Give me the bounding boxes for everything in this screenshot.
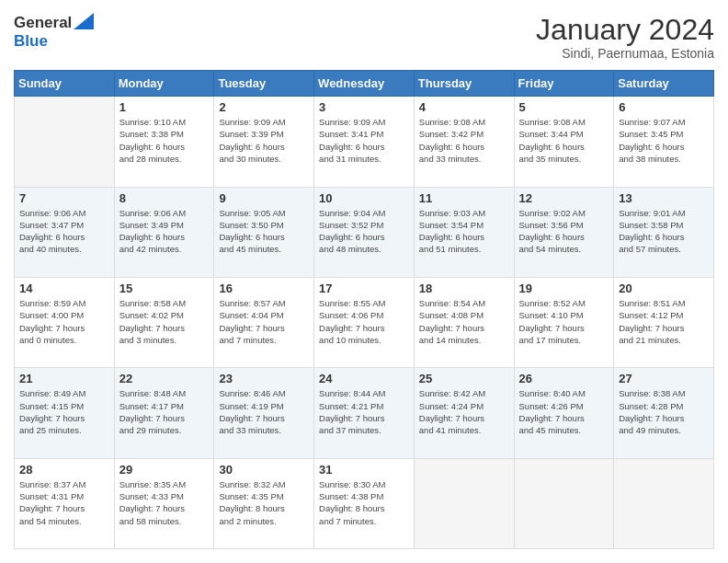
day-number: 3 xyxy=(319,100,409,114)
day-info: Sunrise: 9:04 AMSunset: 3:52 PMDaylight:… xyxy=(319,207,409,256)
day-number: 20 xyxy=(619,282,709,295)
day-info: Sunrise: 9:06 AMSunset: 3:49 PMDaylight:… xyxy=(119,207,210,256)
day-number: 11 xyxy=(419,191,509,205)
svg-marker-0 xyxy=(74,13,94,29)
day-number: 12 xyxy=(519,191,609,205)
table-row: 31Sunrise: 8:30 AMSunset: 4:38 PMDayligh… xyxy=(314,458,415,548)
day-info: Sunrise: 8:51 AMSunset: 4:12 PMDaylight:… xyxy=(619,297,709,346)
day-info: Sunrise: 9:07 AMSunset: 3:45 PMDaylight:… xyxy=(619,116,709,165)
day-info: Sunrise: 8:59 AMSunset: 4:00 PMDaylight:… xyxy=(19,297,109,346)
table-row: 1Sunrise: 9:10 AMSunset: 3:38 PMDaylight… xyxy=(114,97,214,187)
day-number: 7 xyxy=(19,191,109,205)
day-info: Sunrise: 8:44 AMSunset: 4:21 PMDaylight:… xyxy=(319,387,409,436)
day-number: 4 xyxy=(419,100,509,114)
day-info: Sunrise: 8:40 AMSunset: 4:26 PMDaylight:… xyxy=(519,387,609,436)
day-number: 24 xyxy=(319,372,409,385)
table-row xyxy=(15,97,115,187)
table-row xyxy=(614,458,714,548)
col-saturday: Saturday xyxy=(614,71,714,97)
table-row: 22Sunrise: 8:48 AMSunset: 4:17 PMDayligh… xyxy=(114,368,214,458)
table-row: 12Sunrise: 9:02 AMSunset: 3:56 PMDayligh… xyxy=(514,187,614,277)
day-number: 22 xyxy=(119,372,210,385)
day-info: Sunrise: 8:37 AMSunset: 4:31 PMDaylight:… xyxy=(19,478,109,527)
day-number: 14 xyxy=(19,282,109,295)
subtitle: Sindi, Paernumaa, Estonia xyxy=(536,46,714,61)
day-info: Sunrise: 9:09 AMSunset: 3:41 PMDaylight:… xyxy=(319,116,409,165)
table-row: 28Sunrise: 8:37 AMSunset: 4:31 PMDayligh… xyxy=(15,458,115,548)
day-info: Sunrise: 8:49 AMSunset: 4:15 PMDaylight:… xyxy=(19,387,109,436)
day-number: 1 xyxy=(119,100,210,114)
day-number: 10 xyxy=(319,191,409,205)
col-wednesday: Wednesday xyxy=(314,71,415,97)
table-row: 19Sunrise: 8:52 AMSunset: 4:10 PMDayligh… xyxy=(514,277,614,367)
table-row: 4Sunrise: 9:08 AMSunset: 3:42 PMDaylight… xyxy=(414,97,514,187)
day-number: 26 xyxy=(519,372,609,385)
main-title: January 2024 xyxy=(536,14,714,46)
day-number: 28 xyxy=(19,463,109,477)
day-info: Sunrise: 9:10 AMSunset: 3:38 PMDaylight:… xyxy=(119,116,210,165)
day-number: 19 xyxy=(519,282,609,295)
day-number: 25 xyxy=(419,372,509,385)
table-row: 24Sunrise: 8:44 AMSunset: 4:21 PMDayligh… xyxy=(314,368,415,458)
calendar-week-row: 1Sunrise: 9:10 AMSunset: 3:38 PMDaylight… xyxy=(15,97,714,187)
day-info: Sunrise: 8:42 AMSunset: 4:24 PMDaylight:… xyxy=(419,387,509,436)
logo-blue: Blue xyxy=(14,32,48,51)
day-number: 29 xyxy=(119,463,210,477)
header: General Blue January 2024 Sindi, Paernum… xyxy=(14,14,714,61)
table-row: 5Sunrise: 9:08 AMSunset: 3:44 PMDaylight… xyxy=(514,97,614,187)
day-info: Sunrise: 8:54 AMSunset: 4:08 PMDaylight:… xyxy=(419,297,509,346)
table-row: 10Sunrise: 9:04 AMSunset: 3:52 PMDayligh… xyxy=(314,187,415,277)
table-row: 29Sunrise: 8:35 AMSunset: 4:33 PMDayligh… xyxy=(114,458,214,548)
table-row: 30Sunrise: 8:32 AMSunset: 4:35 PMDayligh… xyxy=(214,458,314,548)
table-row: 26Sunrise: 8:40 AMSunset: 4:26 PMDayligh… xyxy=(514,368,614,458)
day-number: 15 xyxy=(119,282,210,295)
day-number: 18 xyxy=(419,282,509,295)
day-info: Sunrise: 8:57 AMSunset: 4:04 PMDaylight:… xyxy=(219,297,309,346)
day-info: Sunrise: 9:05 AMSunset: 3:50 PMDaylight:… xyxy=(219,207,309,256)
table-row: 14Sunrise: 8:59 AMSunset: 4:00 PMDayligh… xyxy=(15,277,115,367)
day-number: 27 xyxy=(619,372,709,385)
table-row: 21Sunrise: 8:49 AMSunset: 4:15 PMDayligh… xyxy=(15,368,115,458)
day-number: 17 xyxy=(319,282,409,295)
calendar-week-row: 7Sunrise: 9:06 AMSunset: 3:47 PMDaylight… xyxy=(15,187,714,277)
col-monday: Monday xyxy=(114,71,214,97)
table-row: 17Sunrise: 8:55 AMSunset: 4:06 PMDayligh… xyxy=(314,277,415,367)
day-info: Sunrise: 9:06 AMSunset: 3:47 PMDaylight:… xyxy=(19,207,109,256)
calendar-week-row: 28Sunrise: 8:37 AMSunset: 4:31 PMDayligh… xyxy=(15,458,714,548)
day-info: Sunrise: 9:08 AMSunset: 3:44 PMDaylight:… xyxy=(519,116,609,165)
day-info: Sunrise: 8:46 AMSunset: 4:19 PMDaylight:… xyxy=(219,387,309,436)
day-info: Sunrise: 8:38 AMSunset: 4:28 PMDaylight:… xyxy=(619,387,709,436)
logo-triangle-icon xyxy=(74,13,94,29)
day-info: Sunrise: 9:09 AMSunset: 3:39 PMDaylight:… xyxy=(219,116,309,165)
calendar-week-row: 21Sunrise: 8:49 AMSunset: 4:15 PMDayligh… xyxy=(15,368,714,458)
day-info: Sunrise: 8:55 AMSunset: 4:06 PMDaylight:… xyxy=(319,297,409,346)
table-row xyxy=(514,458,614,548)
table-row: 18Sunrise: 8:54 AMSunset: 4:08 PMDayligh… xyxy=(414,277,514,367)
logo: General Blue xyxy=(14,14,94,50)
col-friday: Friday xyxy=(514,71,614,97)
table-row: 11Sunrise: 9:03 AMSunset: 3:54 PMDayligh… xyxy=(414,187,514,277)
day-info: Sunrise: 9:08 AMSunset: 3:42 PMDaylight:… xyxy=(419,116,509,165)
day-number: 13 xyxy=(619,191,709,205)
day-info: Sunrise: 8:52 AMSunset: 4:10 PMDaylight:… xyxy=(519,297,609,346)
day-number: 5 xyxy=(519,100,609,114)
title-block: January 2024 Sindi, Paernumaa, Estonia xyxy=(536,14,714,61)
table-row: 15Sunrise: 8:58 AMSunset: 4:02 PMDayligh… xyxy=(114,277,214,367)
table-row: 3Sunrise: 9:09 AMSunset: 3:41 PMDaylight… xyxy=(314,97,415,187)
table-row: 9Sunrise: 9:05 AMSunset: 3:50 PMDaylight… xyxy=(214,187,314,277)
col-sunday: Sunday xyxy=(15,71,115,97)
table-row: 6Sunrise: 9:07 AMSunset: 3:45 PMDaylight… xyxy=(614,97,714,187)
table-row: 20Sunrise: 8:51 AMSunset: 4:12 PMDayligh… xyxy=(614,277,714,367)
table-row: 16Sunrise: 8:57 AMSunset: 4:04 PMDayligh… xyxy=(214,277,314,367)
table-row: 2Sunrise: 9:09 AMSunset: 3:39 PMDaylight… xyxy=(214,97,314,187)
table-row: 7Sunrise: 9:06 AMSunset: 3:47 PMDaylight… xyxy=(15,187,115,277)
day-number: 30 xyxy=(219,463,309,477)
day-number: 9 xyxy=(219,191,309,205)
page: General Blue January 2024 Sindi, Paernum… xyxy=(0,0,728,563)
day-number: 8 xyxy=(119,191,210,205)
day-number: 23 xyxy=(219,372,309,385)
day-number: 6 xyxy=(619,100,709,114)
day-info: Sunrise: 8:32 AMSunset: 4:35 PMDaylight:… xyxy=(219,478,309,527)
col-tuesday: Tuesday xyxy=(214,71,314,97)
logo-general: General xyxy=(14,14,72,32)
